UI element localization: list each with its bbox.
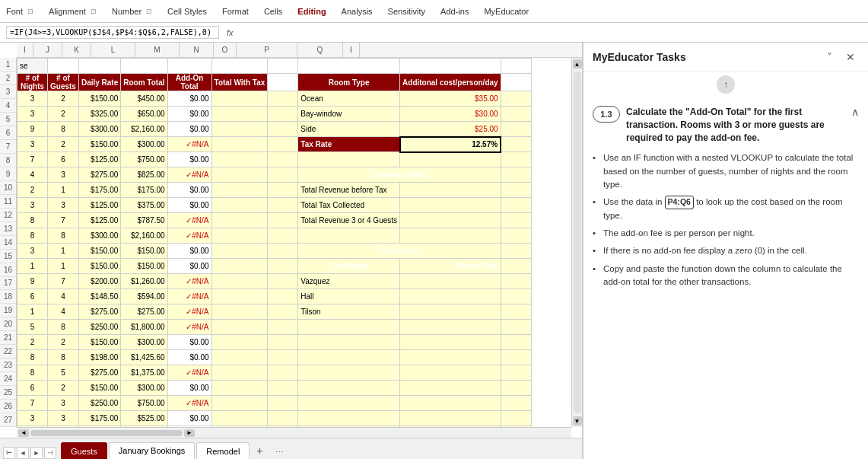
cell-N1[interactable] [211,59,268,74]
editing-label[interactable]: Editing [297,7,326,16]
cell-room-total-2[interactable]: $650.00 [121,107,167,122]
row-num-20: 20 [0,317,16,331]
sheet-tab-guests[interactable]: Guests [61,442,107,459]
row-num-14: 14 [0,236,16,250]
cell-P1[interactable] [298,59,400,74]
find-guests-hall-total[interactable] [400,289,501,304]
cell-O5[interactable] [268,122,298,137]
cell-O1[interactable] [268,59,298,74]
cell-room-side[interactable]: Side [298,122,400,137]
cell-cost-ocean[interactable]: $35.00 [400,91,501,107]
cell-J1[interactable] [48,59,79,74]
cell-addon-2[interactable]: $0.00 [167,107,211,122]
add-sheet-button[interactable]: + [251,442,268,459]
cell-total-1[interactable] [211,91,268,107]
panel-up-btn[interactable]: ↑ [717,75,735,94]
scroll-down-btn[interactable]: ▼ [573,416,582,426]
cell-summary-revenue[interactable]: Total Revenue before Tax [298,183,400,198]
cell-total-3[interactable] [211,122,268,137]
number-dialog-icon[interactable]: ⊡ [146,8,152,15]
find-guests-vazquez-total[interactable] [400,274,501,289]
cell-guests-2[interactable]: 2 [48,107,79,122]
find-guests-vazquez[interactable]: Vazquez [298,274,400,289]
table-row: 32 $150.00$300.00 ✓#N/A Tax Rate 12.57% [17,137,532,152]
vertical-scrollbar[interactable]: ▲ ▼ [571,58,582,427]
ribbon-myeducator-group: MyEducator [484,7,529,16]
cell-nights-2[interactable]: 3 [17,107,48,122]
grid-content: se # ofNights [17,58,582,427]
tab-nav-first[interactable]: ⊢ [3,447,15,459]
cell-nights-1[interactable]: 3 [17,91,48,107]
cell-rate-2[interactable]: $325.00 [78,107,120,122]
scroll-right-btn[interactable]: ► [184,429,195,437]
cell-reference-input[interactable] [6,26,219,39]
cell-summary-revenue-val[interactable] [400,183,501,198]
tab-nav-prev[interactable]: ◄ [17,447,29,459]
cell-cost-bay[interactable]: $30.00 [400,107,501,122]
font-label[interactable]: Font [6,7,23,16]
addins-label[interactable]: Add-ins [440,7,469,16]
find-guests-tilson[interactable]: Tilson [298,304,400,320]
cell-rate-1[interactable]: $150.00 [78,91,120,107]
cells-label[interactable]: Cells [264,7,282,16]
analysis-label[interactable]: Analysis [342,7,373,16]
step-expand-icon[interactable]: ∧ [851,106,859,118]
sheet-tab-remodel-label: Remodel [206,447,240,456]
panel-collapse-button[interactable]: ˅ [821,49,838,65]
panel-close-button[interactable]: ✕ [842,49,859,65]
styles-label[interactable]: Cell Styles [167,7,207,16]
cell-summary-3-4[interactable]: Total Revenue 3 or 4 Guests [298,213,400,228]
cell-guests-3[interactable]: 8 [48,122,79,137]
cell-room-ocean[interactable]: Ocean [298,91,400,107]
cell-I3b[interactable] [501,91,531,107]
cell-room-total-1[interactable]: $450.00 [121,91,167,107]
cell-nights-3[interactable]: 9 [17,122,48,137]
cell-Q1[interactable] [400,59,501,74]
find-guests-hall[interactable]: Hall [298,289,400,304]
cell-room-bay[interactable]: Bay-window [298,107,400,122]
sensitivity-label[interactable]: Sensitivity [388,7,426,16]
cell-summary-tax-val[interactable] [400,198,501,213]
format-label[interactable]: Format [222,7,249,16]
myeducator-label[interactable]: MyEducator [484,7,529,16]
cell-I5b[interactable] [501,122,531,137]
cell-tax-rate-value[interactable]: 12.57% [400,137,501,152]
tab-nav-next[interactable]: ► [30,447,43,459]
cell-summary-tax[interactable]: Total Tax Collected [298,198,400,213]
alignment-dialog-icon[interactable]: ⊡ [91,8,97,15]
horizontal-scrollbar[interactable]: ◄ ► [17,427,571,438]
cell-addon-3[interactable]: $0.00 [167,122,211,137]
cell-O3[interactable] [268,91,298,107]
font-dialog-icon[interactable]: ⊡ [27,8,33,15]
scroll-thumb[interactable] [30,430,183,436]
cell-M1[interactable] [167,59,211,74]
row-num-24: 24 [0,372,16,386]
number-label[interactable]: Number [112,7,141,16]
sheet-tab-january[interactable]: January Bookings [109,442,195,459]
cell-I1[interactable]: se [17,59,48,74]
tab-nav-last[interactable]: ⊣ [44,447,56,459]
cell-I4b[interactable] [501,107,531,122]
cell-O2[interactable] [268,74,298,91]
find-guests-tilson-total[interactable] [400,304,501,320]
table-row: 58 $250.00$1,800.00 ✓#N/A [17,320,532,335]
scroll-up-btn[interactable]: ▲ [573,59,582,69]
sheet-tab-remodel[interactable]: Remodel [196,442,250,459]
cell-total-2[interactable] [211,107,268,122]
cell-K1[interactable] [78,59,120,74]
cell-I1b[interactable] [501,59,531,74]
cell-room-total-3[interactable]: $2,160.00 [121,122,167,137]
cell-rate-3[interactable]: $300.00 [78,122,120,137]
cell-summary-3-4-val[interactable] [400,213,501,228]
cell-addon-1[interactable]: $0.00 [167,91,211,107]
sheet-menu-button[interactable]: ⋯ [272,445,286,459]
cell-guests-1[interactable]: 2 [48,91,79,107]
alignment-label[interactable]: Alignment [49,7,86,16]
cell-O4[interactable] [268,107,298,122]
cell-cost-side[interactable]: $25.00 [400,122,501,137]
row-num-15: 15 [0,250,16,263]
header-guests: # ofGuests [48,74,79,91]
scroll-left-btn[interactable]: ◄ [18,429,29,437]
cell-L1[interactable] [121,59,167,74]
cell-I2b[interactable] [501,74,531,91]
